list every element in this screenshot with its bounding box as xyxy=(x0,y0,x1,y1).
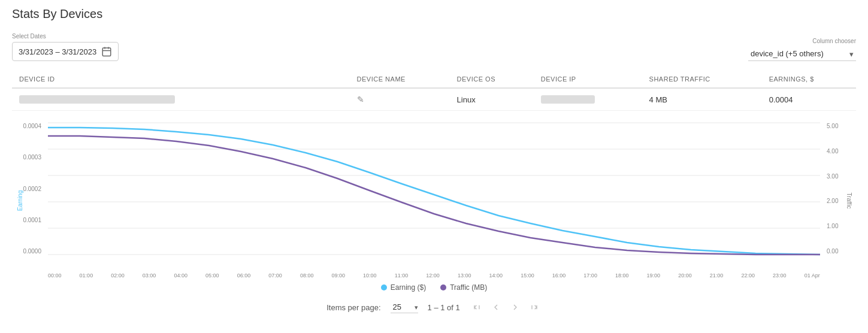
page-container: Stats By Devices Select Dates 3/31/2023 … xyxy=(0,0,868,325)
column-chooser-group: Column chooser device_id (+5 others) xyxy=(748,38,856,61)
y-left-label-3: 0.0001 xyxy=(23,217,41,223)
y-right-label-3: 2.00 xyxy=(827,198,838,204)
column-chooser-select[interactable]: device_id (+5 others) xyxy=(748,47,856,61)
next-page-button[interactable] xyxy=(508,301,522,313)
date-picker-label: Select Dates xyxy=(12,33,119,40)
cell-device-id xyxy=(12,88,350,111)
y-right-label-4: 1.00 xyxy=(827,223,838,229)
prev-page-button[interactable] xyxy=(489,301,503,313)
x-label-15: 15:00 xyxy=(521,273,534,278)
x-label-7: 07:00 xyxy=(268,273,282,278)
col-header-device-name: DEVICE NAME xyxy=(350,71,450,88)
chart-legend: Earning ($) Traffic (MB) xyxy=(12,283,856,292)
x-label-3: 03:00 xyxy=(143,273,156,278)
x-label-10: 10:00 xyxy=(363,273,377,278)
x-label-9: 09:00 xyxy=(331,273,345,278)
cell-device-os: Linux xyxy=(450,88,534,111)
pagination-range: 1 – 1 of 1 xyxy=(428,303,460,312)
table-row: ✎ Linux 4 MB 0.0004 xyxy=(12,88,856,111)
y-right-label-1: 4.00 xyxy=(827,148,838,155)
blurred-device-ip xyxy=(541,95,595,104)
x-label-4: 04:00 xyxy=(174,273,187,278)
x-label-12: 12:00 xyxy=(426,273,440,278)
data-table: DEVICE ID DEVICE NAME DEVICE OS DEVICE I… xyxy=(12,71,856,111)
x-label-6: 06:00 xyxy=(237,273,251,278)
x-label-11: 11:00 xyxy=(395,273,409,278)
table-header-row: DEVICE ID DEVICE NAME DEVICE OS DEVICE I… xyxy=(12,71,856,88)
edit-icon[interactable]: ✎ xyxy=(357,95,364,104)
x-axis: 00:00 01:00 02:00 03:00 04:00 05:00 06:0… xyxy=(48,273,820,278)
x-label-2: 02:00 xyxy=(111,273,125,278)
date-value: 3/31/2023 – 3/31/2023 xyxy=(19,47,96,56)
y-right-label-5: 0.00 xyxy=(827,248,838,255)
y-left-label-4: 0.0000 xyxy=(23,248,41,255)
legend-label-earnings: Earning ($) xyxy=(391,283,426,292)
legend-item-earnings: Earning ($) xyxy=(381,283,426,292)
x-label-8: 08:00 xyxy=(300,273,314,278)
x-label-20: 20:00 xyxy=(678,273,692,278)
x-label-14: 14:00 xyxy=(489,273,503,278)
y-left-label-0: 0.0004 xyxy=(23,123,41,129)
y-axis-right-title: Traffic xyxy=(846,192,852,208)
legend-label-traffic: Traffic (MB) xyxy=(450,283,487,292)
calendar-icon xyxy=(101,46,112,57)
pagination-nav xyxy=(470,301,542,313)
x-label-18: 18:00 xyxy=(615,273,629,278)
cell-shared-traffic: 4 MB xyxy=(642,88,762,111)
col-header-shared-traffic: SHARED TRAFFIC xyxy=(642,71,762,88)
x-label-13: 13:00 xyxy=(458,273,471,278)
date-picker-group: Select Dates 3/31/2023 – 3/31/2023 xyxy=(12,33,119,61)
y-right-label-0: 5.00 xyxy=(827,123,838,129)
chart-svg xyxy=(48,123,820,255)
x-label-17: 17:00 xyxy=(583,273,597,278)
x-label-0: 00:00 xyxy=(48,273,62,278)
svg-rect-0 xyxy=(102,48,111,56)
legend-dot-traffic xyxy=(440,284,446,290)
x-label-23: 23:00 xyxy=(773,273,787,278)
x-label-16: 16:00 xyxy=(552,273,566,278)
x-label-21: 21:00 xyxy=(710,273,724,278)
x-label-22: 22:00 xyxy=(741,273,755,278)
x-label-19: 19:00 xyxy=(647,273,661,278)
earnings-line xyxy=(48,128,820,255)
first-page-button[interactable] xyxy=(470,301,484,313)
items-per-page-label: Items per page: xyxy=(326,303,380,312)
column-chooser-wrapper: device_id (+5 others) xyxy=(748,47,856,61)
col-header-device-ip: DEVICE IP xyxy=(534,71,642,88)
legend-item-traffic: Traffic (MB) xyxy=(440,283,487,292)
pagination-select[interactable]: 25 10 50 100 xyxy=(391,301,418,313)
y-axis-left: 0.0004 0.0003 0.0002 0.0001 0.0000 xyxy=(12,123,45,255)
x-label-24: 01 Apr xyxy=(805,273,820,278)
toolbar: Select Dates 3/31/2023 – 3/31/2023 Colum… xyxy=(12,33,856,61)
col-header-device-os: DEVICE OS xyxy=(450,71,534,88)
cell-earnings: 0.0004 xyxy=(762,88,856,111)
blurred-device-id xyxy=(19,95,175,104)
cell-device-ip xyxy=(534,88,642,111)
date-picker-input[interactable]: 3/31/2023 – 3/31/2023 xyxy=(12,42,119,61)
pagination-select-wrapper: 25 10 50 100 xyxy=(391,301,418,313)
chart-svg-area xyxy=(48,123,820,255)
last-page-button[interactable] xyxy=(527,301,542,313)
pagination: Items per page: 25 10 50 100 1 – 1 of 1 xyxy=(12,301,856,313)
legend-dot-earnings xyxy=(381,284,387,290)
col-header-device-id: DEVICE ID xyxy=(12,71,350,88)
x-label-5: 05:00 xyxy=(205,273,219,278)
cell-device-name: ✎ xyxy=(350,88,450,111)
y-left-label-2: 0.0002 xyxy=(23,186,41,192)
y-right-label-2: 3.00 xyxy=(827,173,838,180)
chart-container: Earning 0.0004 0.0003 0.0002 0.0001 0.00… xyxy=(12,123,856,278)
page-title: Stats By Devices xyxy=(12,7,856,21)
column-chooser-label: Column chooser xyxy=(812,38,856,44)
col-header-earnings: EARNINGS, $ xyxy=(762,71,856,88)
x-label-1: 01:00 xyxy=(80,273,93,278)
y-axis-right: 5.00 4.00 3.00 2.00 1.00 0.00 xyxy=(823,123,856,255)
y-left-label-1: 0.0003 xyxy=(23,154,41,161)
